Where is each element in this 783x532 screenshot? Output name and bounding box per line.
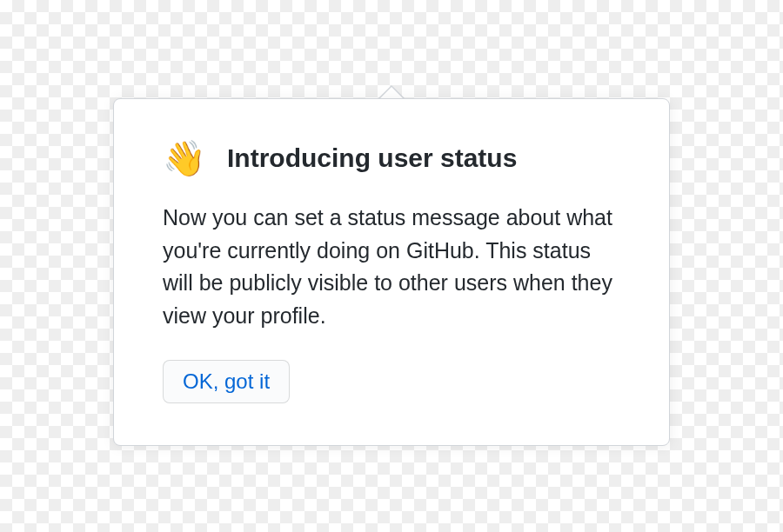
popover-caret — [378, 85, 405, 98]
popover-container: 👋 Introducing user status Now you can se… — [113, 98, 670, 446]
popover-header: 👋 Introducing user status — [163, 141, 620, 176]
popover-title: Introducing user status — [227, 143, 517, 173]
wave-icon: 👋 — [163, 141, 206, 176]
ok-got-it-button[interactable]: OK, got it — [163, 360, 290, 403]
popover-body-text: Now you can set a status message about w… — [163, 202, 620, 332]
popover: 👋 Introducing user status Now you can se… — [113, 98, 670, 446]
